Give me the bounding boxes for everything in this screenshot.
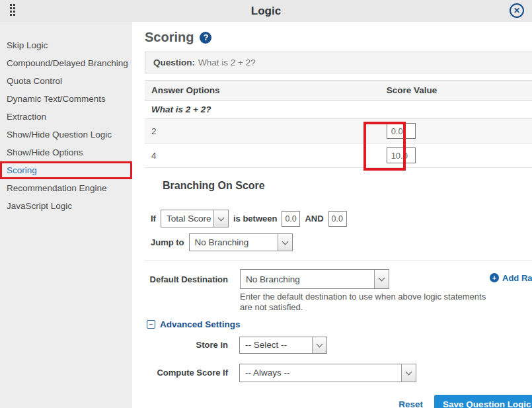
sidebar-item-show-hide-options[interactable]: Show/Hide Options — [0, 143, 132, 161]
chevron-down-icon — [278, 234, 292, 251]
logic-dialog: Logic ✕ Skip Logic Compound/Delayed Bran… — [0, 0, 532, 408]
sidebar-item-extraction[interactable]: Extraction — [0, 108, 132, 126]
score-range-rule-row: If Total Score is between AND — [151, 210, 532, 227]
range-min-input[interactable] — [282, 211, 300, 227]
scoring-panel: Scoring ? Question: What is 2 + 2? Answe… — [132, 22, 532, 408]
chevron-down-icon — [312, 337, 326, 353]
close-icon[interactable]: ✕ — [510, 3, 524, 18]
compute-score-if-label: Compute Score If — [145, 368, 228, 378]
chevron-down-icon — [213, 210, 228, 227]
section-divider — [145, 261, 532, 261]
sidebar-item-recommendation-engine[interactable]: Recommendation Engine — [0, 179, 132, 197]
table-group-row: What is 2 + 2? — [145, 101, 532, 119]
logic-sidebar: Skip Logic Compound/Delayed Branching Qu… — [0, 22, 132, 408]
jump-to-row: Jump to No Branching — [151, 233, 532, 251]
sidebar-item-skip-logic[interactable]: Skip Logic — [0, 36, 132, 54]
compute-score-if-select[interactable]: -- Always -- — [239, 364, 416, 382]
and-label: AND — [305, 214, 323, 224]
column-header-answer-options: Answer Options — [145, 81, 380, 101]
branching-section-title: Branching On Score — [163, 180, 532, 192]
store-in-row: Store in -- Select -- — [145, 337, 532, 354]
compute-score-if-row: Compute Score If -- Always -- — [145, 364, 532, 382]
chevron-down-icon — [374, 270, 389, 288]
table-row: 4 — [145, 143, 532, 168]
reset-link[interactable]: Reset — [399, 399, 423, 408]
sidebar-item-quota-control[interactable]: Quota Control — [0, 72, 132, 90]
score-value-input[interactable] — [387, 123, 416, 139]
default-destination-label: Default Destination — [145, 269, 228, 313]
jump-destination-select[interactable]: No Branching — [189, 233, 293, 251]
chevron-down-icon — [401, 364, 416, 382]
dialog-footer: Reset Save Question Logic — [145, 395, 532, 408]
dialog-titlebar: Logic ✕ — [0, 0, 532, 22]
score-source-select[interactable]: Total Score — [161, 210, 229, 227]
question-label: Question: — [153, 58, 195, 67]
drag-handle-icon[interactable] — [10, 4, 15, 16]
default-destination-select[interactable]: No Branching — [240, 269, 389, 289]
column-header-score-value: Score Value — [380, 81, 532, 101]
default-destination-row: Default Destination No Branching Enter t… — [145, 269, 532, 313]
add-range-link[interactable]: + Add Range — [490, 269, 532, 313]
answer-options-table: Answer Options Score Value What is 2 + 2… — [145, 80, 532, 168]
advanced-settings-toggle[interactable]: − Advanced Settings — [145, 319, 532, 329]
score-value-input[interactable] — [387, 147, 416, 163]
sidebar-item-show-hide-question-logic[interactable]: Show/Hide Question Logic — [0, 126, 132, 143]
sidebar-item-compound-delayed-branching[interactable]: Compound/Delayed Branching — [0, 54, 132, 72]
branching-on-score-section: Branching On Score If Total Score is bet… — [145, 180, 532, 251]
save-question-logic-button[interactable]: Save Question Logic — [434, 395, 532, 408]
help-icon[interactable]: ? — [200, 32, 211, 44]
jump-to-label: Jump to — [151, 237, 184, 247]
collapse-minus-icon: − — [147, 320, 155, 329]
sidebar-item-javascript-logic[interactable]: JavaScript Logic — [0, 197, 132, 215]
default-destination-help-text: Enter the default destination to use whe… — [240, 292, 490, 313]
scoring-title: Scoring — [145, 30, 194, 45]
if-label: If — [151, 214, 156, 224]
plus-circle-icon: + — [490, 273, 499, 282]
is-between-label: is between — [233, 214, 277, 224]
answer-option-label: 4 — [145, 143, 380, 168]
page-title: Scoring ? — [145, 30, 532, 45]
sidebar-item-dynamic-text-comments[interactable]: Dynamic Text/Comments — [0, 90, 132, 108]
question-group-label: What is 2 + 2? — [145, 101, 532, 119]
table-row: 2 — [145, 119, 532, 143]
store-in-label: Store in — [145, 340, 228, 350]
range-max-input[interactable] — [328, 211, 347, 227]
sidebar-item-scoring[interactable]: Scoring — [0, 161, 132, 179]
dialog-title: Logic — [0, 5, 532, 18]
advanced-settings-label: Advanced Settings — [160, 319, 241, 329]
answer-option-label: 2 — [145, 119, 380, 143]
question-summary: Question: What is 2 + 2? — [145, 52, 532, 73]
store-in-select[interactable]: -- Select -- — [239, 337, 327, 354]
question-text: What is 2 + 2? — [198, 58, 256, 67]
